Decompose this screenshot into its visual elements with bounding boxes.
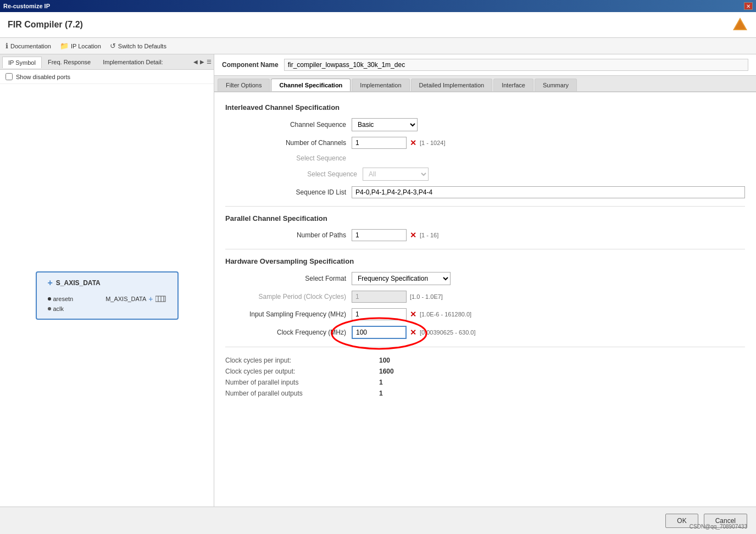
tab-filter-options[interactable]: Filter Options [218, 79, 270, 91]
summary-row-0: Clock cycles per input: 100 [225, 355, 745, 366]
ip-location-label: IP Location [71, 43, 101, 49]
number-of-channels-control: ✕ [1 - 1024] [352, 137, 445, 149]
ip-location-button[interactable]: 📁 IP Location [60, 42, 101, 50]
tab-freq-response[interactable]: Freq. Response [42, 56, 97, 68]
tab-nav-next[interactable]: ▶ [200, 59, 204, 65]
input-sampling-freq-input[interactable] [352, 308, 407, 320]
divider-2 [225, 249, 745, 249]
clock-freq-row: Clock Frequency (MHz) ✕ [0.00390625 - 63… [225, 326, 745, 339]
clock-freq-control: ✕ [0.00390625 - 630.0] [352, 326, 476, 339]
channel-sequence-row: Channel Sequence Basic [225, 118, 745, 131]
sample-period-range: [1.0 - 1.0E7] [410, 293, 443, 300]
number-of-paths-row: Number of Paths ✕ [1 - 16] [225, 229, 745, 241]
summary-key-1: Clock cycles per output: [225, 368, 379, 375]
port-dot-aclk [48, 307, 51, 310]
refresh-icon: ↺ [110, 42, 116, 50]
summary-value-1: 1600 [379, 368, 394, 375]
tab-nav: ◀ ▶ ☰ [193, 59, 212, 65]
component-name-label: Component Name [222, 61, 279, 69]
app-logo [732, 16, 748, 33]
show-disabled-ports-checkbox[interactable] [5, 73, 13, 80]
select-sequence-header-row: Select Sequence [225, 154, 745, 162]
summary-key-3: Number of parallel outputs [225, 390, 379, 397]
sample-period-input[interactable] [352, 291, 407, 303]
summary-value-2: 1 [379, 379, 383, 386]
show-disabled-ports-row: Show disabled ports [0, 70, 214, 84]
tab-nav-prev[interactable]: ◀ [193, 59, 198, 65]
divider-1 [225, 206, 745, 207]
sequence-id-list-input[interactable] [352, 186, 745, 198]
right-panel: Component Name Filter Options Channel Sp… [214, 54, 756, 507]
number-of-paths-clear[interactable]: ✕ [410, 231, 416, 240]
number-of-paths-label: Number of Paths [236, 231, 346, 239]
ip-block-title: S_AXIS_DATA [56, 279, 101, 287]
content-area: IP Symbol Freq. Response Implementation … [0, 54, 756, 507]
sequence-id-list-label: Sequence ID List [236, 188, 346, 196]
bottom-bar: OK Cancel CSDN@qq_708907433 [0, 507, 756, 534]
number-of-paths-control: ✕ [1 - 16] [352, 229, 438, 241]
location-icon: 📁 [60, 42, 69, 50]
component-name-input[interactable] [284, 59, 748, 71]
input-sampling-freq-range: [1.0E-6 - 161280.0] [420, 311, 471, 318]
number-of-paths-range: [1 - 16] [420, 232, 438, 238]
input-sampling-freq-label: Input Sampling Frequency (MHz) [236, 310, 346, 318]
summary-key-2: Number of parallel inputs [225, 379, 379, 386]
parallel-section-header: Parallel Channel Specification [225, 214, 745, 222]
interleaved-section-header: Interleaved Channel Specification [225, 103, 745, 112]
documentation-button[interactable]: ℹ Documentation [5, 42, 51, 50]
ip-block: + S_AXIS_DATA aresetn M_AXIS_DATA + [36, 271, 179, 320]
tab-interface[interactable]: Interface [493, 79, 533, 91]
ip-symbol-area: + S_AXIS_DATA aresetn M_AXIS_DATA + [0, 84, 214, 507]
clock-freq-range: [0.00390625 - 630.0] [420, 329, 476, 336]
input-sampling-freq-control: ✕ [1.0E-6 - 161280.0] [352, 308, 471, 320]
main-window: FIR Compiler (7.2) ℹ Documentation 📁 IP … [0, 12, 756, 534]
clock-freq-label: Clock Frequency (MHz) [236, 329, 346, 336]
port-aclk: aclk [48, 304, 166, 313]
select-sequence-select[interactable]: All [363, 168, 429, 181]
main-tabs: Filter Options Channel Specification Imp… [214, 76, 756, 92]
select-format-select[interactable]: Frequency Specification [352, 272, 451, 285]
watermark: CSDN@qq_708907433 [690, 524, 747, 530]
tab-detailed-implementation[interactable]: Detailed Implementation [411, 79, 493, 91]
sample-period-control: [1.0 - 1.0E7] [352, 291, 443, 303]
tab-ip-symbol[interactable]: IP Symbol [2, 57, 42, 68]
sequence-id-list-row: Sequence ID List [225, 186, 745, 198]
documentation-label: Documentation [10, 43, 51, 49]
tab-summary[interactable]: Summary [535, 79, 577, 91]
clock-freq-input[interactable] [352, 326, 407, 339]
sequence-id-list-control [352, 186, 745, 198]
ip-block-header: + S_AXIS_DATA [48, 278, 166, 288]
input-sampling-freq-row: Input Sampling Frequency (MHz) ✕ [1.0E-6… [225, 308, 745, 320]
channel-sequence-label: Channel Sequence [236, 121, 346, 129]
title-bar: Re-customize IP ✕ [0, 0, 756, 12]
select-format-control: Frequency Specification [352, 272, 451, 285]
close-button[interactable]: ✕ [744, 2, 753, 10]
tab-impl-detail[interactable]: Implementation Detail: [97, 56, 169, 68]
info-icon: ℹ [5, 42, 8, 50]
summary-value-0: 100 [379, 357, 390, 364]
toolbar: ℹ Documentation 📁 IP Location ↺ Switch t… [0, 38, 756, 54]
switch-to-defaults-label: Switch to Defaults [118, 43, 166, 49]
number-of-paths-input[interactable] [352, 229, 407, 241]
divider-3 [225, 347, 745, 347]
number-of-channels-clear[interactable]: ✕ [410, 138, 416, 147]
summary-key-0: Clock cycles per input: [225, 357, 379, 364]
summary-row-2: Number of parallel inputs 1 [225, 377, 745, 388]
number-of-channels-input[interactable] [352, 137, 407, 149]
switch-to-defaults-button[interactable]: ↺ Switch to Defaults [110, 42, 166, 50]
tab-nav-menu[interactable]: ☰ [207, 59, 212, 65]
number-of-channels-row: Number of Channels ✕ [1 - 1024] [225, 137, 745, 149]
port-label-aresetn: aresetn [53, 296, 74, 302]
port-label-aclk: aclk [53, 305, 64, 312]
left-tabs: IP Symbol Freq. Response Implementation … [0, 54, 214, 70]
title-bar-text: Re-customize IP [3, 3, 50, 9]
clock-freq-clear[interactable]: ✕ [410, 328, 416, 337]
input-sampling-freq-clear[interactable]: ✕ [410, 310, 416, 319]
channel-sequence-control: Basic [352, 118, 418, 131]
port-icon-m-axis [155, 295, 166, 303]
tab-channel-specification[interactable]: Channel Specification [271, 79, 351, 91]
app-title: FIR Compiler (7.2) [8, 20, 83, 30]
tab-implementation[interactable]: Implementation [352, 79, 409, 91]
channel-sequence-select[interactable]: Basic [352, 118, 418, 131]
port-label-m-axis: M_AXIS_DATA [105, 296, 146, 302]
